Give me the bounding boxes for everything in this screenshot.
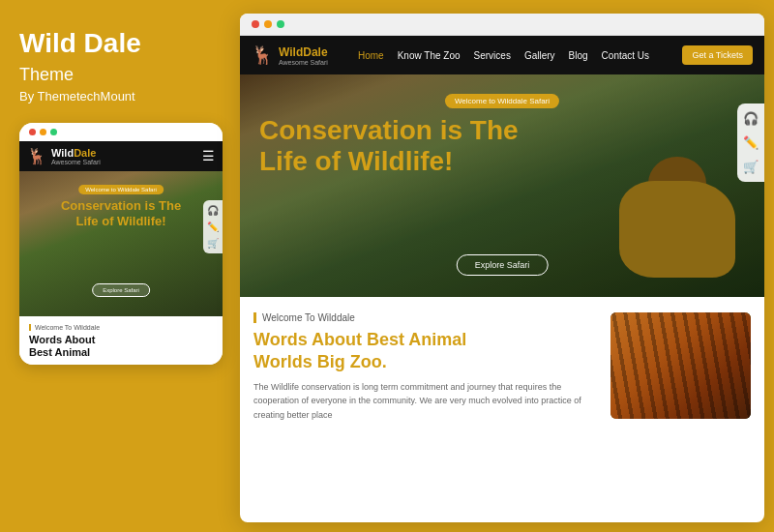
nav-home[interactable]: Home bbox=[358, 50, 384, 61]
hero-edit-icon[interactable]: ✏️ bbox=[743, 135, 759, 150]
mobile-welcome-label: Welcome To Wilddale bbox=[29, 324, 213, 331]
content-description: The Wildlife conservation is long term c… bbox=[253, 380, 597, 422]
desktop-logo-sub: Awesome Safari bbox=[279, 59, 328, 66]
deer-icon: 🦌 bbox=[27, 147, 46, 165]
theme-subtitle: Theme bbox=[19, 65, 213, 85]
left-panel: Wild Dale Theme By ThemetechMount 🦌 Wild… bbox=[0, 0, 232, 532]
desktop-nav-links: Home Know The Zoo Services Gallery Blog … bbox=[358, 50, 682, 61]
mobile-welcome-badge: Welcome to Wilddale Safari bbox=[78, 185, 164, 194]
mobile-nav: 🦌 WildDale Awesome Safari ☰ bbox=[19, 141, 223, 171]
mobile-titlebar bbox=[19, 123, 223, 141]
logo-deer-icon: 🦌 bbox=[252, 44, 273, 66]
desktop-hero-title: Conservation is The Life of Wildlife! bbox=[259, 115, 610, 177]
hamburger-icon[interactable]: ☰ bbox=[202, 148, 215, 163]
headphone-icon[interactable]: 🎧 bbox=[207, 205, 219, 216]
mobile-bottom: Welcome To Wilddale Words About Best Ani… bbox=[19, 316, 223, 365]
edit-icon[interactable]: ✏️ bbox=[207, 222, 219, 232]
mobile-logo-sub: Awesome Safari bbox=[51, 159, 101, 165]
desktop-logo: 🦌 WildDale Awesome Safari bbox=[252, 44, 339, 66]
browser-titlebar bbox=[240, 14, 764, 36]
cart-icon[interactable]: 🛒 bbox=[207, 238, 219, 249]
desktop-hero-sidebar: 🎧 ✏️ 🛒 bbox=[737, 103, 764, 182]
theme-title: Wild Dale bbox=[19, 29, 213, 59]
nav-gallery[interactable]: Gallery bbox=[524, 50, 555, 61]
ticket-button[interactable]: Get a Tickets bbox=[682, 45, 753, 65]
mobile-hero-title: Conservation is The Life of Wildlife! bbox=[29, 198, 213, 230]
lion-body bbox=[619, 181, 735, 278]
mobile-explore-button[interactable]: Explore Safari bbox=[92, 283, 150, 297]
nav-know-zoo[interactable]: Know The Zoo bbox=[398, 50, 461, 61]
content-title: Words About Best Animal Worlds Big Zoo. bbox=[253, 329, 597, 372]
desktop-welcome-badge: Welcome to Wilddale Safari bbox=[445, 94, 559, 108]
desktop-logo-name: WildDale bbox=[279, 45, 328, 59]
explore-safari-button[interactable]: Explore Safari bbox=[457, 254, 549, 276]
nav-contact[interactable]: Contact Us bbox=[602, 50, 649, 61]
mobile-logo-text: WildDale bbox=[51, 147, 101, 159]
desktop-nav: 🦌 WildDale Awesome Safari Home Know The … bbox=[240, 36, 764, 74]
tiger-bg bbox=[610, 312, 751, 419]
content-section: Welcome To Wilddale Words About Best Ani… bbox=[240, 297, 764, 437]
welcome-label: Welcome To Wilddale bbox=[253, 312, 597, 323]
desktop-hero: Welcome to Wilddale Safari Conservation … bbox=[240, 74, 764, 297]
mobile-sidebar-icons: 🎧 ✏️ 🛒 bbox=[203, 200, 223, 253]
theme-author: By ThemetechMount bbox=[19, 89, 213, 103]
mobile-hero: Welcome to Wilddale Safari Conservation … bbox=[19, 171, 223, 316]
mobile-mockup: 🦌 WildDale Awesome Safari ☰ Welcome to W… bbox=[19, 123, 223, 365]
nav-services[interactable]: Services bbox=[474, 50, 511, 61]
green-dot bbox=[277, 20, 284, 28]
tiger-image bbox=[610, 312, 751, 419]
mobile-logo: 🦌 WildDale Awesome Safari bbox=[27, 147, 101, 165]
yellow-dot bbox=[264, 20, 272, 28]
nav-blog[interactable]: Blog bbox=[569, 50, 588, 61]
hero-cart-icon[interactable]: 🛒 bbox=[743, 160, 759, 174]
red-dot bbox=[252, 20, 259, 28]
content-left: Welcome To Wilddale Words About Best Ani… bbox=[253, 312, 597, 422]
browser-mockup: 🦌 WildDale Awesome Safari Home Know The … bbox=[240, 14, 764, 522]
hero-headphone-icon[interactable]: 🎧 bbox=[743, 111, 759, 126]
mobile-bottom-title: Words About Best Animal bbox=[29, 334, 213, 359]
